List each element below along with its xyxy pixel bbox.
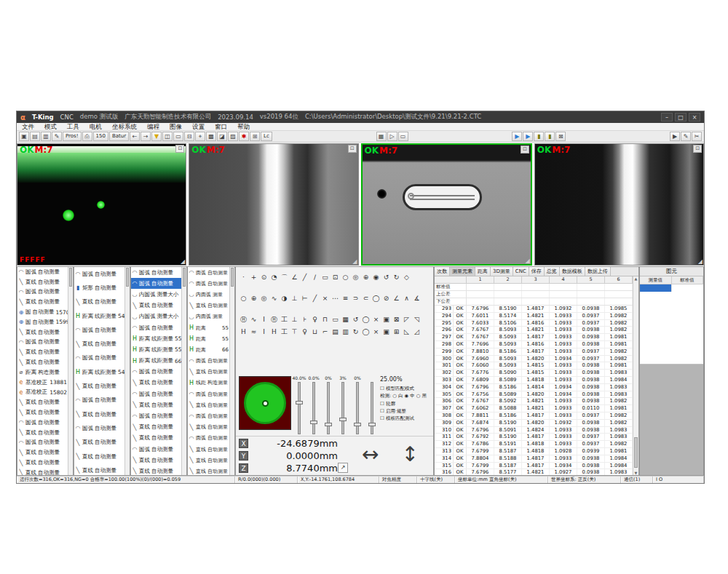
tolerance-cell[interactable]	[494, 284, 522, 290]
toolbar-button-34[interactable]: ✂	[692, 132, 702, 141]
measure-tool-icon[interactable]: ≈	[249, 327, 258, 337]
tolerance-cell[interactable]	[577, 284, 605, 290]
toolbar-button-14[interactable]: ⌖	[195, 132, 205, 141]
scroll-up-icon[interactable]: ▲	[633, 276, 638, 281]
measure-list-item[interactable]: ◠圆弧自动测量	[131, 267, 181, 278]
measure-list-item[interactable]: ◠圆弧自动测量	[131, 444, 181, 455]
result-row[interactable]: 299OK7.88108.51861.48171.09330.09371.098…	[435, 348, 638, 356]
toolbar-button-19[interactable]: ⊞	[250, 132, 260, 141]
measure-tool-icon[interactable]: ×	[371, 327, 381, 337]
measure-list-item[interactable]: ◠圆弧自动测量	[131, 367, 181, 378]
measure-list-item[interactable]: ╲直线自动测量	[188, 455, 229, 466]
toolbar-button-33[interactable]: ✎	[681, 132, 691, 141]
measure-tool-icon[interactable]: 工	[280, 327, 289, 337]
measure-tool-icon[interactable]: ×	[320, 294, 330, 303]
measure-list-item[interactable]: ◠圆弧自动测量	[188, 410, 229, 421]
slider-thumb[interactable]	[296, 401, 303, 404]
measure-tool-icon[interactable]: ◉	[371, 273, 381, 282]
tolerance-cell[interactable]	[467, 284, 494, 290]
result-row[interactable]: 300OK7.69608.50931.48201.09340.09371.098…	[435, 356, 638, 363]
measure-list-item[interactable]: ◠圆弧自动测量	[74, 421, 124, 435]
result-row[interactable]: 307OK7.60628.50881.48211.09330.01101.098…	[435, 405, 638, 412]
toolbar-button-26[interactable]: ▶	[512, 132, 522, 141]
scrollbar-thumb[interactable]	[126, 268, 129, 287]
measure-list-item[interactable]: ╲直线自动测量	[17, 407, 68, 418]
measure-list-item[interactable]: ◠圆弧自动测量	[188, 433, 229, 444]
toolbar-button-20[interactable]: Lc	[261, 132, 272, 141]
result-row[interactable]: 295OK7.60338.51061.48161.09330.09371.098…	[435, 320, 638, 327]
toolbar-button-3[interactable]: ✎	[52, 132, 62, 141]
detect-option-0[interactable]: ☐ 模型匹配模式	[380, 385, 430, 392]
measure-list-item[interactable]: ╲直线自动测量	[17, 397, 68, 407]
measure-list-item[interactable]: ╲直线自动测量	[74, 463, 124, 475]
measure-list-item[interactable]: H距离线距测量66	[131, 356, 181, 367]
tolerance-cell[interactable]	[550, 284, 577, 290]
table-tab-3[interactable]: 3D测量	[491, 267, 513, 276]
table-tab-4[interactable]: CNC	[513, 267, 529, 276]
measure-list-item[interactable]: ◠圆弧自动测量	[17, 438, 68, 448]
jog-vertical-arrow[interactable]: ↕	[402, 439, 419, 470]
measure-list-item[interactable]: ╲直线自动测量	[74, 450, 124, 463]
minimize-button[interactable]: –	[661, 113, 673, 121]
measure-list-item[interactable]: ◠圆弧自动测量	[131, 278, 181, 289]
measure-tool-icon[interactable]: ·	[239, 273, 248, 282]
standard-value-cell[interactable]	[671, 284, 703, 292]
measure-tool-icon[interactable]: ∠	[290, 273, 299, 282]
measure-list-item[interactable]: ╲直线自动测量	[131, 378, 181, 388]
resize-grip-icon[interactable]: ◢	[526, 258, 530, 264]
resize-grip-icon[interactable]: ◢	[698, 258, 703, 265]
toolbar-button-17[interactable]: ▨	[228, 132, 238, 141]
measure-tool-icon[interactable]: ⊘	[381, 294, 391, 303]
toolbar-button-2[interactable]: ▥	[41, 132, 51, 141]
detect-option-3[interactable]: ☐ 启用·规整	[380, 407, 430, 415]
measure-tool-icon[interactable]: ⊔	[310, 327, 320, 337]
tolerance-cell[interactable]	[522, 284, 550, 290]
measure-list-item[interactable]: ╲直线自动测量	[17, 428, 68, 438]
table-tab-8[interactable]: 数据上传	[585, 267, 611, 276]
menu-item-4[interactable]: 坐标系统	[107, 123, 142, 130]
measure-list-item[interactable]: ◠圆弧自动测量	[74, 394, 124, 407]
measure-list-item[interactable]: ◠圆弧自动测量	[188, 267, 229, 278]
measure-list-item[interactable]: H距离线距测量55	[131, 344, 181, 355]
result-row[interactable]: 303OK7.68098.50891.48181.09330.09381.098…	[435, 377, 638, 384]
measure-tool-icon[interactable]: ◹	[412, 315, 422, 324]
tolerance-cell[interactable]	[605, 291, 633, 298]
measure-list-item[interactable]: ◡内圆弧测量大小	[131, 289, 181, 300]
menu-item-1[interactable]: 模式	[39, 123, 62, 130]
measure-list-item[interactable]: ╲直线自动测量	[17, 357, 68, 367]
measure-tool-icon[interactable]: 工	[280, 315, 289, 324]
measure-list-item[interactable]: ╲直线自动测量	[188, 399, 229, 410]
measure-tool-icon[interactable]: ▭	[331, 315, 340, 324]
toolbar-button-1[interactable]: ▤	[30, 132, 40, 141]
result-row[interactable]: 296OK7.67678.50931.48211.09330.09381.098…	[435, 327, 638, 334]
measure-tool-icon[interactable]: ↺	[381, 273, 391, 282]
toolbar-button-22[interactable]: ▦	[376, 132, 387, 141]
measure-list-item[interactable]: ╲直线自动测量	[17, 458, 68, 468]
camera-2-corner-controls[interactable]: ⊡	[348, 145, 357, 153]
measure-list-item[interactable]: ◠圆弧自动测量	[188, 356, 229, 367]
measure-list-item[interactable]: ╲直线自动测量	[17, 347, 68, 357]
measure-tool-icon[interactable]: ⊥	[290, 315, 299, 324]
measure-list-item[interactable]: H距离线距测量55	[131, 333, 181, 344]
measure-tool-icon[interactable]: Ⓗ	[239, 315, 248, 324]
table-scrollbar[interactable]: ▲ ▼	[633, 276, 638, 475]
measure-tool-icon[interactable]: ⊡	[331, 273, 340, 282]
measure-tool-icon[interactable]: ⊥	[290, 294, 299, 303]
camera-panel-1[interactable]: OK M:7 ⊡ FFFFF ◢	[17, 143, 186, 266]
measure-tool-icon[interactable]: ⊤	[290, 327, 299, 337]
tolerance-cell[interactable]	[605, 284, 633, 290]
camera-4-corner-controls[interactable]: ⊡	[693, 145, 702, 153]
measure-list-item[interactable]: ⌀距离构造测量	[17, 367, 68, 378]
measure-list-item[interactable]: ╲直线自动测量	[74, 295, 124, 309]
measure-tool-icon[interactable]: ∡	[412, 294, 422, 303]
toolbar-button-15[interactable]: ▩	[206, 132, 216, 141]
toolbar-button-32[interactable]: ▶	[670, 132, 680, 141]
measure-list-item[interactable]: ╲直线自动测量	[17, 468, 68, 475]
maximize-button[interactable]: □	[675, 113, 687, 121]
toolbar-button-13[interactable]: ⊟	[184, 132, 194, 141]
measure-tool-icon[interactable]: ◿	[412, 327, 422, 337]
result-row[interactable]: 308OK7.88118.51861.48171.09330.09371.098…	[435, 412, 638, 420]
camera-panel-2[interactable]: OK M:7 ⊡ ◢	[189, 143, 358, 266]
camera-3-corner-controls[interactable]: ⊡	[521, 146, 529, 154]
slider-track[interactable]	[327, 382, 330, 434]
